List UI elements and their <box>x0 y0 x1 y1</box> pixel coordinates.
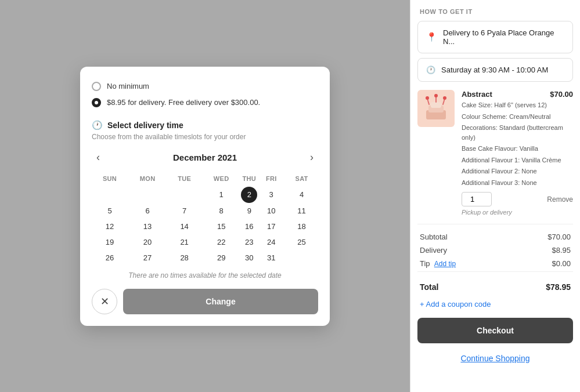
calendar-day[interactable]: 2 <box>241 187 257 203</box>
radio-no-minimum[interactable] <box>92 82 101 91</box>
calendar-day[interactable]: 14 <box>167 219 201 234</box>
delivery-option-1-label: No minimum <box>107 82 149 90</box>
calendar-day[interactable]: 27 <box>128 250 167 266</box>
calendar-day[interactable]: 9 <box>241 203 257 219</box>
calendar-day[interactable]: 23 <box>241 234 257 250</box>
modal-actions: ✕ Change <box>92 289 318 314</box>
modal-change-button[interactable]: Change <box>123 289 318 314</box>
calendar-month-label: December 2021 <box>173 153 237 162</box>
delivery-time-option[interactable]: 🕐 Saturday at 9:30 AM - 10:00 AM <box>417 58 573 82</box>
product-decorations: Decorations: Standard (buttercream only) <box>462 123 573 142</box>
product-flavour2: Additional Flavour 2: None <box>462 166 573 176</box>
modal-close-button[interactable]: ✕ <box>92 289 117 314</box>
calendar-day[interactable]: 19 <box>92 234 128 250</box>
calendar-day[interactable]: 20 <box>128 234 167 250</box>
add-tip-button[interactable]: Add tip <box>434 260 456 268</box>
no-times-message: There are no times available for the sel… <box>92 271 318 280</box>
calendar-day[interactable]: 24 <box>257 234 285 250</box>
product-base-flavour: Base Cake Flavour: Vanilla <box>462 144 573 154</box>
calendar-day[interactable]: 30 <box>241 250 257 266</box>
continue-shopping-button[interactable]: Continue Shopping <box>410 348 580 372</box>
how-to-get-it-header: HOW TO GET IT <box>410 0 580 21</box>
delivery-address-option[interactable]: 📍 Delivery to 6 Pyala Place Orange N... <box>417 21 573 53</box>
calendar-day[interactable] <box>285 250 318 266</box>
calendar-day[interactable]: 6 <box>128 203 167 219</box>
right-panel: HOW TO GET IT 📍 Delivery to 6 Pyala Plac… <box>410 0 580 392</box>
delivery-value: $8.95 <box>552 246 571 255</box>
calendar-day[interactable]: 21 <box>167 234 201 250</box>
delivery-options: No minimum $8.95 for delivery. Free deli… <box>92 78 318 111</box>
calendar-day[interactable]: 18 <box>285 219 318 234</box>
calendar-day[interactable]: 15 <box>201 219 241 234</box>
modal-overlay: No minimum $8.95 for delivery. Free deli… <box>0 0 410 392</box>
section-subtitle: Choose from the available timeslots for … <box>92 133 318 141</box>
delivery-option-2[interactable]: $8.95 for delivery. Free delivery over $… <box>92 95 318 111</box>
calendar-table: SUN MON TUE WED THU FRI SAT 123456789101… <box>92 173 318 266</box>
quantity-input[interactable] <box>462 192 492 206</box>
product-details: Abstract $70.00 Cake Size: Half 6" (serv… <box>462 90 573 216</box>
day-header-sat: SAT <box>285 173 318 187</box>
next-month-button[interactable]: › <box>305 149 318 166</box>
calendar-day[interactable]: 17 <box>257 219 285 234</box>
calendar-day[interactable]: 29 <box>201 250 241 266</box>
calendar-day[interactable]: 28 <box>167 250 201 266</box>
calendar-day[interactable]: 25 <box>285 234 318 250</box>
clock-icon: 🕐 <box>426 66 435 74</box>
tip-row: Tip Add tip $0.00 <box>410 258 580 269</box>
delivery-time-text: Saturday at 9:30 AM - 10:00 AM <box>441 66 548 74</box>
day-header-tue: TUE <box>167 173 201 187</box>
subtotal-value: $70.00 <box>547 233 571 241</box>
calendar-day[interactable]: 31 <box>257 250 285 266</box>
svg-rect-3 <box>431 102 441 108</box>
calendar-day[interactable]: 12 <box>92 219 128 234</box>
left-panel: No minimum $8.95 for delivery. Free deli… <box>0 0 410 392</box>
divider-1 <box>417 224 573 224</box>
calendar-nav: ‹ December 2021 › <box>92 149 318 166</box>
calendar-day[interactable]: 1 <box>201 187 241 203</box>
divider-2 <box>417 271 573 272</box>
product-price: $70.00 <box>550 90 573 99</box>
subtotal-row: Subtotal $70.00 <box>410 231 580 242</box>
product-section: Abstract $70.00 Cake Size: Half 6" (serv… <box>417 90 573 216</box>
tip-label: Tip <box>420 259 430 268</box>
calendar-day[interactable]: 4 <box>285 187 318 203</box>
section-title: 🕐 Select delivery time <box>92 120 318 130</box>
product-cake-size: Cake Size: Half 6" (serves 12) <box>462 100 573 110</box>
total-row: Total $78.95 <box>410 281 580 293</box>
day-header-thu: THU <box>241 173 257 187</box>
coupon-label: + Add a coupon code <box>420 300 491 308</box>
remove-button[interactable]: Remove <box>547 195 573 204</box>
total-value: $78.95 <box>546 282 571 292</box>
calendar-day[interactable]: 16 <box>241 219 257 234</box>
calendar-day[interactable] <box>92 187 128 203</box>
calendar-day[interactable] <box>128 187 167 203</box>
calendar-day[interactable]: 11 <box>285 203 318 219</box>
calendar-day[interactable]: 8 <box>201 203 241 219</box>
calendar-day[interactable]: 22 <box>201 234 241 250</box>
day-header-mon: MON <box>128 173 167 187</box>
svg-point-8 <box>434 94 438 97</box>
close-icon: ✕ <box>100 295 109 308</box>
calendar-day[interactable]: 5 <box>92 203 128 219</box>
day-header-sun: SUN <box>92 173 128 187</box>
tip-label-text: Tip Add tip <box>420 259 456 268</box>
calendar-day[interactable]: 10 <box>257 203 285 219</box>
prev-month-button[interactable]: ‹ <box>92 149 105 166</box>
calendar-day[interactable]: 26 <box>92 250 128 266</box>
calendar-day[interactable] <box>167 187 201 203</box>
tip-value: $0.00 <box>552 259 571 268</box>
delivery-option-1[interactable]: No minimum <box>92 78 318 95</box>
product-name: Abstract <box>462 90 492 99</box>
quantity-row: Remove <box>462 192 573 206</box>
calendar-day[interactable]: 7 <box>167 203 201 219</box>
clock-icon: 🕐 <box>92 120 103 130</box>
calendar-day[interactable]: 3 <box>257 187 285 203</box>
checkout-button[interactable]: Checkout <box>417 318 573 343</box>
radio-delivery-fee[interactable] <box>92 98 101 107</box>
coupon-row[interactable]: + Add a coupon code <box>410 295 580 313</box>
delivery-label: Delivery <box>420 246 447 255</box>
calendar-day[interactable]: 13 <box>128 219 167 234</box>
day-header-wed: WED <box>201 173 241 187</box>
product-image <box>417 90 455 127</box>
product-name-row: Abstract $70.00 <box>462 90 573 99</box>
